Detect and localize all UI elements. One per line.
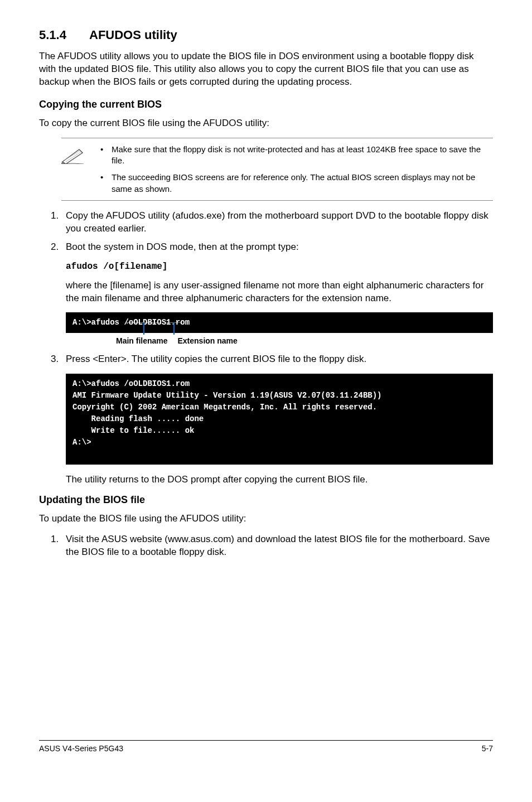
copy-lead: To copy the current BIOS file using the … [39,117,493,130]
annotation-main-filename: Main filename [116,336,168,345]
terminal-output: A:\>afudos /oOLDBIOS1.rom [66,312,493,333]
section-number: 5.1.4 [39,28,89,42]
code-command: afudos /o[filename] [66,262,493,272]
step-item: Visit the ASUS website (www.asus.com) an… [61,533,493,559]
svg-line-0 [65,151,80,160]
page-footer: ASUS V4-Series P5G43 5-7 [39,740,493,753]
note-item: Make sure that the floppy disk is not wr… [106,144,493,167]
note-item: The succeeding BIOS screens are for refe… [106,172,493,195]
terminal-output: A:\>afudos /oOLDBIOS1.rom AMI Firmware U… [66,374,493,465]
footer-right: 5-7 [482,744,493,753]
step-item: Press <Enter>. The utility copies the cu… [61,353,493,366]
section-heading: 5.1.4AFUDOS utility [39,28,493,42]
pencil-icon [61,144,95,166]
update-lead: To update the BIOS file using the AFUDOS… [39,513,493,525]
annotation-extension-name: Extension name [177,336,237,345]
intro-paragraph: The AFUDOS utility allows you to update … [39,50,493,89]
section-title: AFUDOS utility [89,28,177,42]
step-item: Copy the AFUDOS utility (afudos.exe) fro… [61,210,493,235]
update-heading: Updating the BIOS file [39,494,493,506]
note-box: Make sure that the floppy disk is not wr… [61,138,493,201]
step-item: Boot the system in DOS mode, then at the… [61,241,493,254]
after-paragraph: The utility returns to the DOS prompt af… [66,474,493,486]
copy-heading: Copying the current BIOS [39,99,493,110]
code-explanation: where the [filename] is any user-assigne… [66,279,493,305]
footer-left: ASUS V4-Series P5G43 [39,744,123,753]
